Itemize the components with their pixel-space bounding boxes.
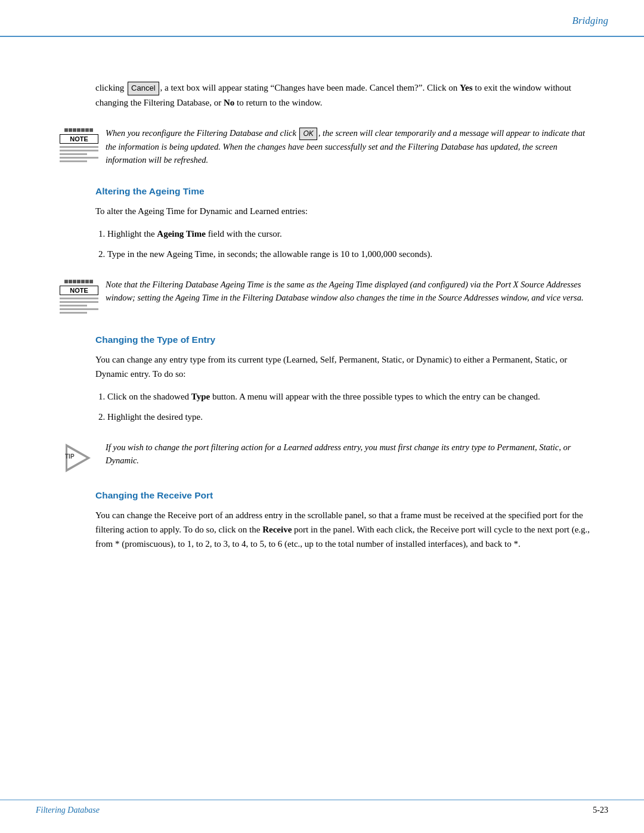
section-type: Changing the Type of Entry You can chang…	[95, 335, 596, 424]
note-line	[60, 298, 98, 299]
section-type-heading: Changing the Type of Entry	[95, 335, 596, 345]
note-line-short	[60, 153, 87, 155]
note-line-short	[60, 312, 87, 314]
note-text-2: Note that the Filtering Database Ageing …	[106, 278, 596, 315]
tip-box: TIP If you wish to change the port filte…	[60, 441, 596, 473]
main-content: clicking Cancel, a text box will appear …	[0, 33, 644, 615]
type-bold: Type	[191, 392, 210, 401]
section-ageing: Altering the Ageing Time To alter the Ag…	[95, 186, 596, 261]
note-box-2: ■■■■■■■ NOTE Note that the Filtering Dat…	[60, 278, 596, 315]
ageing-step-1-text2: field with the cursor.	[206, 229, 282, 239]
note-box-1: ■■■■■■■ NOTE When you reconfigure the Fi…	[60, 126, 596, 167]
section-ageing-heading: Altering the Ageing Time	[95, 186, 596, 197]
note-line-short	[60, 160, 87, 162]
page-header-title: Bridging	[572, 15, 608, 27]
intro-yes: Yes	[460, 83, 473, 92]
note-icon-1: ■■■■■■■ NOTE	[60, 126, 98, 167]
note-lines-1	[60, 146, 98, 164]
ageing-steps-list: Highlight the Ageing Time field with the…	[107, 227, 596, 261]
note-line	[60, 308, 98, 310]
section-type-intro: You can change any entry type from its c…	[95, 352, 596, 381]
note-icon-2: ■■■■■■■ NOTE	[60, 278, 98, 315]
note-line	[60, 150, 98, 151]
ageing-step-1: Highlight the Ageing Time field with the…	[107, 227, 596, 241]
type-step-2: Highlight the desired type.	[107, 410, 596, 424]
intro-text1: clicking	[95, 83, 126, 92]
note-dots-2: ■■■■■■■	[64, 278, 94, 284]
note-lines-2	[60, 298, 98, 315]
type-step-1: Click on the shadowed Type button. A men…	[107, 389, 596, 404]
type-step-2-text: Highlight the desired type.	[107, 412, 203, 422]
page-container: Bridging clicking Cancel, a text box wil…	[0, 0, 644, 833]
intro-text2: , a text box will appear stating “Change…	[160, 83, 460, 92]
note-text-1: When you reconfigure the Filtering Datab…	[106, 126, 596, 167]
note-line	[60, 157, 98, 159]
footer: Filtering Database 5-23	[0, 800, 644, 821]
type-step-1-text2: button. A menu will appear with the thre…	[210, 392, 540, 401]
footer-right: 5-23	[593, 806, 608, 815]
note-line-short	[60, 305, 87, 306]
cancel-button-ref: Cancel	[128, 82, 159, 95]
note-label-1: NOTE	[60, 134, 98, 144]
ageing-step-2-text: Type in the new Ageing Time, in seconds;…	[107, 249, 432, 259]
section-receive-text: You can change the Receive port of an ad…	[95, 508, 596, 551]
top-rule	[0, 36, 644, 37]
note-line	[60, 146, 98, 148]
section-receive-heading: Changing the Receive Port	[95, 490, 596, 501]
intro-paragraph: clicking Cancel, a text box will appear …	[95, 80, 596, 110]
footer-left: Filtering Database	[36, 806, 100, 815]
intro-text4: to return to the window.	[234, 98, 322, 107]
note-label-2: NOTE	[60, 286, 98, 295]
tip-icon: TIP	[60, 441, 98, 473]
tip-label-text: TIP	[65, 453, 75, 460]
receive-bold: Receive	[262, 525, 292, 534]
tip-text: If you wish to change the port filtering…	[106, 441, 596, 467]
ageing-step-2: Type in the new Ageing Time, in seconds;…	[107, 247, 596, 261]
ageing-time-bold: Ageing Time	[157, 229, 206, 239]
ageing-step-1-text1: Highlight the	[107, 229, 157, 239]
type-step-1-text1: Click on the shadowed	[107, 392, 191, 401]
ok-button-ref: OK	[299, 128, 317, 140]
header: Bridging	[0, 0, 644, 33]
type-steps-list: Click on the shadowed Type button. A men…	[107, 389, 596, 424]
note-dots-1: ■■■■■■■	[64, 126, 94, 133]
section-ageing-intro: To alter the Ageing Time for Dynamic and…	[95, 204, 596, 218]
section-receive: Changing the Receive Port You can change…	[95, 490, 596, 551]
intro-no: No	[224, 98, 234, 107]
tip-arrow-icon: TIP	[63, 444, 95, 472]
note-line	[60, 301, 98, 303]
